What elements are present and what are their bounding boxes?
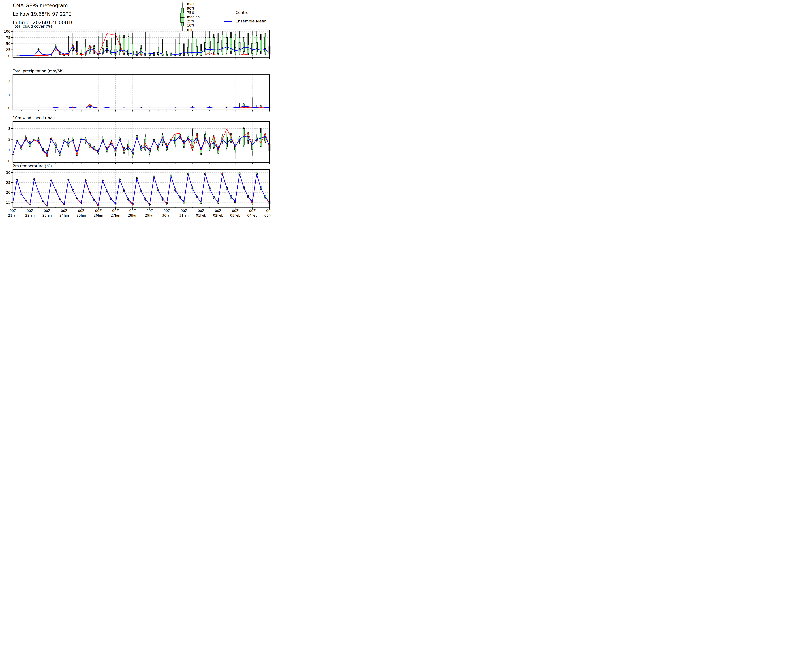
ytick-temp-30: 30 bbox=[6, 171, 10, 174]
xtick-time-24Jan: 00Z bbox=[61, 209, 67, 212]
xtick-time-28Jan: 00Z bbox=[129, 209, 136, 212]
xtick-date-24Jan: 24Jan bbox=[59, 213, 69, 217]
panel-cloud-boxes bbox=[12, 31, 271, 56]
panel-cloud: 0255075100 bbox=[4, 29, 271, 59]
meteogram-figure: CMA-GEPS meteogram Loikaw 19.68°N 97.22°… bbox=[0, 0, 271, 218]
ytick-cloud-25: 25 bbox=[6, 48, 10, 52]
xtick-date-22Jan: 22Jan bbox=[25, 213, 35, 217]
ytick-precip-1: 1 bbox=[8, 93, 10, 97]
ytick-wind-3: 3 bbox=[8, 127, 10, 131]
ytick-wind-1: 1 bbox=[8, 148, 10, 152]
xtick-date-02Feb: 02Feb bbox=[213, 213, 223, 217]
xtick-time-29Jan: 00Z bbox=[147, 209, 153, 212]
xtick-date-30Jan: 30Jan bbox=[162, 213, 171, 217]
ytick-temp-15: 15 bbox=[6, 200, 10, 204]
panel-wind: 0123 bbox=[8, 121, 271, 164]
meteogram-canvas: 025507510001201231520253000Z21Jan00Z22Ja… bbox=[0, 0, 271, 218]
xtick-date-05Feb: 05Feb bbox=[264, 213, 271, 217]
xtick-date-01Feb: 01Feb bbox=[196, 213, 206, 217]
xtick-date-25Jan: 25Jan bbox=[76, 213, 86, 217]
xtick-date-21Jan: 21Jan bbox=[8, 213, 17, 217]
xtick-time-02Feb: 00Z bbox=[215, 209, 222, 212]
xtick-time-25Jan: 00Z bbox=[78, 209, 85, 212]
xtick-date-28Jan: 28Jan bbox=[128, 213, 137, 217]
xtick-date-23Jan: 23Jan bbox=[42, 213, 52, 217]
ytick-precip-0: 0 bbox=[8, 106, 10, 110]
panel-precip-boxes bbox=[12, 76, 271, 108]
ytick-temp-25: 25 bbox=[6, 180, 10, 185]
ytick-precip-2: 2 bbox=[8, 80, 10, 84]
xtick-date-27Jan: 27Jan bbox=[111, 213, 120, 217]
xtick-time-22Jan: 00Z bbox=[26, 209, 33, 212]
xtick-time-03Feb: 00Z bbox=[232, 209, 239, 212]
ytick-cloud-100: 100 bbox=[4, 29, 10, 33]
xtick-time-30Jan: 00Z bbox=[164, 209, 170, 212]
xtick-date-29Jan: 29Jan bbox=[145, 213, 154, 217]
xtick-date-31Jan: 31Jan bbox=[179, 213, 189, 217]
ytick-cloud-75: 75 bbox=[6, 36, 10, 40]
panel-precip: 012 bbox=[8, 75, 271, 112]
xtick-time-21Jan: 00Z bbox=[9, 209, 16, 212]
ytick-wind-0: 0 bbox=[8, 159, 10, 163]
xtick-time-31Jan: 00Z bbox=[180, 209, 187, 212]
xtick-date-04Feb: 04Feb bbox=[247, 213, 258, 217]
ytick-temp-20: 20 bbox=[6, 190, 10, 194]
xtick-time-27Jan: 00Z bbox=[112, 209, 119, 212]
xtick-date-26Jan: 26Jan bbox=[94, 213, 103, 217]
panel-temp-boxes bbox=[12, 172, 271, 206]
xtick-time-26Jan: 00Z bbox=[95, 209, 102, 212]
xtick-date-03Feb: 03Feb bbox=[230, 213, 240, 217]
ytick-cloud-50: 50 bbox=[6, 42, 10, 46]
xtick-time-04Feb: 00Z bbox=[249, 209, 255, 212]
xtick-time-01Feb: 00Z bbox=[198, 209, 204, 212]
xtick-time-23Jan: 00Z bbox=[44, 209, 50, 212]
ytick-cloud-0: 0 bbox=[8, 54, 10, 58]
xtick-time-05Feb: 00Z bbox=[266, 209, 271, 212]
panel-temp: 15202530 bbox=[6, 170, 271, 209]
ytick-wind-2: 2 bbox=[8, 138, 10, 141]
